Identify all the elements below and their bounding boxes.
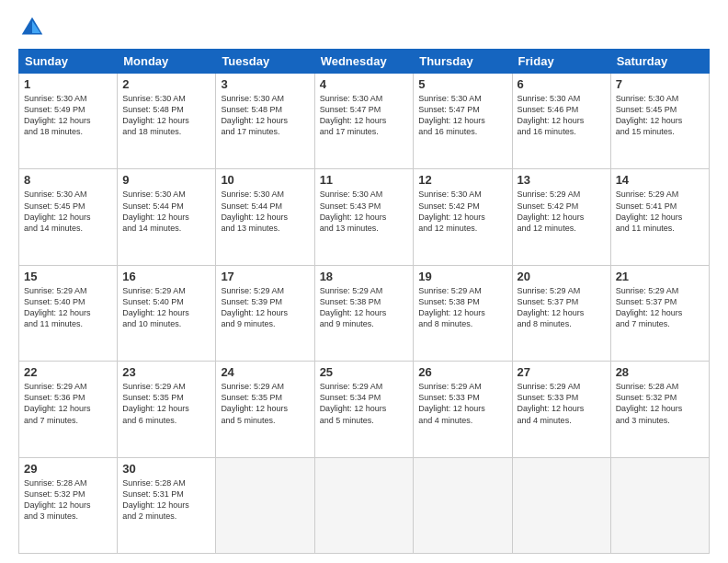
day-number: 16 — [122, 270, 210, 283]
day-number: 13 — [518, 173, 606, 187]
day-cell-13: 13Sunrise: 5:29 AM Sunset: 5:42 PM Dayli… — [512, 169, 610, 265]
day-cell-16: 16Sunrise: 5:29 AM Sunset: 5:40 PM Dayli… — [118, 265, 216, 361]
day-number: 10 — [221, 173, 309, 187]
day-info: Sunrise: 5:30 AM Sunset: 5:48 PM Dayligh… — [221, 93, 309, 138]
day-info: Sunrise: 5:29 AM Sunset: 5:34 PM Dayligh… — [320, 381, 409, 426]
day-cell-22: 22Sunrise: 5:29 AM Sunset: 5:36 PM Dayli… — [19, 362, 118, 457]
day-number: 30 — [122, 462, 210, 476]
day-cell-19: 19Sunrise: 5:29 AM Sunset: 5:38 PM Dayli… — [414, 265, 512, 361]
day-number: 24 — [221, 365, 309, 379]
week-row-1: 1Sunrise: 5:30 AM Sunset: 5:49 PM Daylig… — [19, 74, 710, 169]
day-number: 2 — [122, 77, 210, 91]
day-number: 23 — [122, 365, 210, 379]
day-info: Sunrise: 5:29 AM Sunset: 5:42 PM Dayligh… — [518, 189, 606, 234]
header — [18, 14, 710, 41]
day-number: 5 — [418, 77, 506, 91]
day-cell-1: 1Sunrise: 5:30 AM Sunset: 5:49 PM Daylig… — [19, 74, 118, 169]
day-info: Sunrise: 5:28 AM Sunset: 5:32 PM Dayligh… — [24, 477, 112, 523]
column-header-sunday: Sunday — [19, 50, 118, 74]
day-info: Sunrise: 5:29 AM Sunset: 5:37 PM Dayligh… — [518, 285, 606, 330]
day-cell-29: 29Sunrise: 5:28 AM Sunset: 5:32 PM Dayli… — [19, 457, 118, 553]
day-number: 9 — [122, 173, 210, 187]
day-number: 17 — [221, 270, 309, 283]
day-number: 15 — [24, 270, 112, 283]
week-row-3: 15Sunrise: 5:29 AM Sunset: 5:40 PM Dayli… — [19, 265, 710, 361]
day-cell-24: 24Sunrise: 5:29 AM Sunset: 5:35 PM Dayli… — [216, 362, 314, 457]
day-cell-12: 12Sunrise: 5:30 AM Sunset: 5:42 PM Dayli… — [414, 169, 512, 265]
day-number: 6 — [518, 77, 606, 91]
day-number: 19 — [418, 270, 506, 283]
empty-cell — [314, 457, 414, 553]
day-info: Sunrise: 5:29 AM Sunset: 5:41 PM Dayligh… — [616, 189, 704, 234]
day-number: 8 — [24, 173, 112, 187]
day-info: Sunrise: 5:30 AM Sunset: 5:47 PM Dayligh… — [418, 93, 506, 138]
empty-cell — [512, 457, 610, 553]
calendar-table: SundayMondayTuesdayWednesdayThursdayFrid… — [18, 49, 710, 554]
day-cell-3: 3Sunrise: 5:30 AM Sunset: 5:48 PM Daylig… — [216, 74, 314, 169]
day-number: 4 — [320, 77, 409, 91]
day-info: Sunrise: 5:29 AM Sunset: 5:37 PM Dayligh… — [616, 285, 704, 330]
day-cell-28: 28Sunrise: 5:28 AM Sunset: 5:32 PM Dayli… — [610, 362, 709, 457]
day-number: 21 — [616, 270, 704, 283]
day-cell-27: 27Sunrise: 5:29 AM Sunset: 5:33 PM Dayli… — [512, 362, 610, 457]
day-cell-14: 14Sunrise: 5:29 AM Sunset: 5:41 PM Dayli… — [610, 169, 709, 265]
page: SundayMondayTuesdayWednesdayThursdayFrid… — [0, 0, 728, 563]
day-cell-15: 15Sunrise: 5:29 AM Sunset: 5:40 PM Dayli… — [19, 265, 118, 361]
day-info: Sunrise: 5:30 AM Sunset: 5:49 PM Dayligh… — [24, 93, 112, 138]
day-info: Sunrise: 5:29 AM Sunset: 5:39 PM Dayligh… — [221, 285, 309, 330]
day-cell-6: 6Sunrise: 5:30 AM Sunset: 5:46 PM Daylig… — [512, 74, 610, 169]
day-info: Sunrise: 5:30 AM Sunset: 5:43 PM Dayligh… — [320, 189, 409, 234]
day-info: Sunrise: 5:30 AM Sunset: 5:45 PM Dayligh… — [24, 189, 112, 234]
day-number: 27 — [518, 365, 606, 379]
day-number: 14 — [616, 173, 704, 187]
day-info: Sunrise: 5:29 AM Sunset: 5:36 PM Dayligh… — [24, 381, 112, 426]
day-cell-9: 9Sunrise: 5:30 AM Sunset: 5:44 PM Daylig… — [118, 169, 216, 265]
week-row-5: 29Sunrise: 5:28 AM Sunset: 5:32 PM Dayli… — [19, 457, 710, 553]
day-info: Sunrise: 5:28 AM Sunset: 5:32 PM Dayligh… — [616, 381, 704, 426]
day-number: 20 — [518, 270, 606, 283]
column-header-wednesday: Wednesday — [314, 50, 414, 74]
day-info: Sunrise: 5:30 AM Sunset: 5:44 PM Dayligh… — [221, 189, 309, 234]
empty-cell — [216, 457, 314, 553]
day-cell-23: 23Sunrise: 5:29 AM Sunset: 5:35 PM Dayli… — [118, 362, 216, 457]
day-number: 12 — [418, 173, 506, 187]
column-header-thursday: Thursday — [414, 50, 512, 74]
day-info: Sunrise: 5:30 AM Sunset: 5:45 PM Dayligh… — [616, 93, 704, 138]
day-cell-17: 17Sunrise: 5:29 AM Sunset: 5:39 PM Dayli… — [216, 265, 314, 361]
day-cell-20: 20Sunrise: 5:29 AM Sunset: 5:37 PM Dayli… — [512, 265, 610, 361]
day-cell-18: 18Sunrise: 5:29 AM Sunset: 5:38 PM Dayli… — [314, 265, 414, 361]
day-cell-8: 8Sunrise: 5:30 AM Sunset: 5:45 PM Daylig… — [19, 169, 118, 265]
day-number: 26 — [418, 365, 506, 379]
day-cell-21: 21Sunrise: 5:29 AM Sunset: 5:37 PM Dayli… — [610, 265, 709, 361]
empty-cell — [610, 457, 709, 553]
day-info: Sunrise: 5:30 AM Sunset: 5:46 PM Dayligh… — [518, 93, 606, 138]
day-cell-26: 26Sunrise: 5:29 AM Sunset: 5:33 PM Dayli… — [414, 362, 512, 457]
day-cell-11: 11Sunrise: 5:30 AM Sunset: 5:43 PM Dayli… — [314, 169, 414, 265]
day-cell-10: 10Sunrise: 5:30 AM Sunset: 5:44 PM Dayli… — [216, 169, 314, 265]
day-cell-5: 5Sunrise: 5:30 AM Sunset: 5:47 PM Daylig… — [414, 74, 512, 169]
day-number: 25 — [320, 365, 409, 379]
day-number: 18 — [320, 270, 409, 283]
day-info: Sunrise: 5:29 AM Sunset: 5:38 PM Dayligh… — [320, 285, 409, 330]
day-cell-4: 4Sunrise: 5:30 AM Sunset: 5:47 PM Daylig… — [314, 74, 414, 169]
day-info: Sunrise: 5:29 AM Sunset: 5:33 PM Dayligh… — [418, 381, 506, 426]
week-row-4: 22Sunrise: 5:29 AM Sunset: 5:36 PM Dayli… — [19, 362, 710, 457]
day-info: Sunrise: 5:30 AM Sunset: 5:48 PM Dayligh… — [122, 93, 210, 138]
day-info: Sunrise: 5:29 AM Sunset: 5:33 PM Dayligh… — [518, 381, 606, 426]
column-header-friday: Friday — [512, 50, 610, 74]
empty-cell — [414, 457, 512, 553]
logo — [18, 14, 50, 41]
day-number: 3 — [221, 77, 309, 91]
week-row-2: 8Sunrise: 5:30 AM Sunset: 5:45 PM Daylig… — [19, 169, 710, 265]
day-info: Sunrise: 5:29 AM Sunset: 5:40 PM Dayligh… — [24, 285, 112, 330]
day-info: Sunrise: 5:30 AM Sunset: 5:44 PM Dayligh… — [122, 189, 210, 234]
day-info: Sunrise: 5:30 AM Sunset: 5:47 PM Dayligh… — [320, 93, 409, 138]
day-number: 22 — [24, 365, 112, 379]
day-info: Sunrise: 5:29 AM Sunset: 5:35 PM Dayligh… — [221, 381, 309, 426]
column-header-monday: Monday — [118, 50, 216, 74]
column-header-tuesday: Tuesday — [216, 50, 314, 74]
day-number: 28 — [616, 365, 704, 379]
day-info: Sunrise: 5:29 AM Sunset: 5:38 PM Dayligh… — [418, 285, 506, 330]
day-info: Sunrise: 5:29 AM Sunset: 5:35 PM Dayligh… — [122, 381, 210, 426]
day-info: Sunrise: 5:29 AM Sunset: 5:40 PM Dayligh… — [122, 285, 210, 330]
